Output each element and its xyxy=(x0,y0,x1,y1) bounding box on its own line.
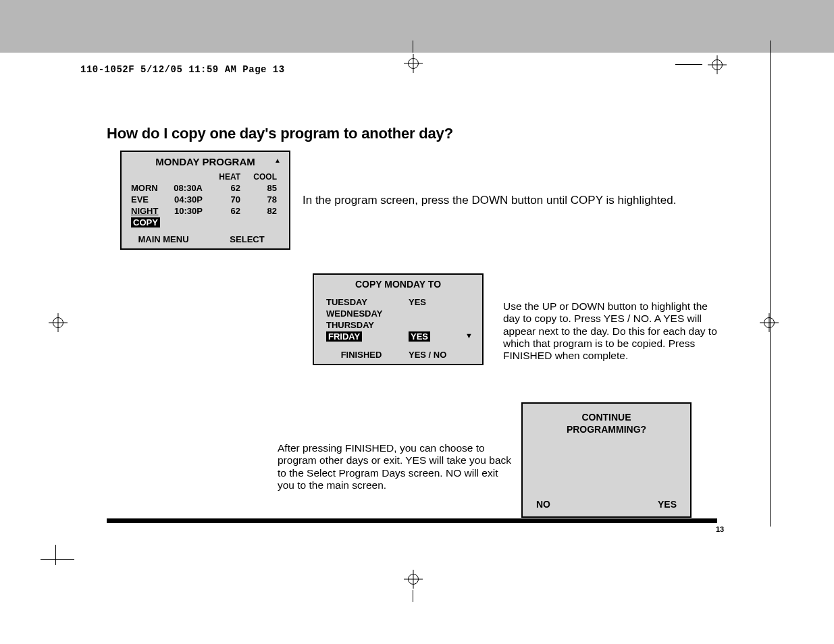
continue-line1: CONTINUE xyxy=(581,412,631,423)
instruction-text-3: After pressing FINISHED, you can choose … xyxy=(278,442,513,491)
no-button[interactable]: NO xyxy=(536,499,550,510)
registration-mark-bottom xyxy=(404,570,423,589)
table-row: EVE 04:30P 70 78 xyxy=(122,194,289,205)
down-arrow-icon: ▼ xyxy=(465,331,473,340)
crop-mark xyxy=(770,41,771,527)
crop-mark xyxy=(41,559,74,560)
day-row: THURSDAY xyxy=(314,319,482,331)
footer-rule xyxy=(107,518,717,523)
cool-header: COOL xyxy=(251,171,289,182)
instruction-text-2: Use the UP or DOWN button to highlight t… xyxy=(503,300,726,362)
copy-row: COPY xyxy=(122,217,289,228)
crop-mark xyxy=(55,545,56,565)
registration-mark-top xyxy=(404,54,423,73)
print-slug: 110-1052F 5/12/05 11:59 AM Page 13 xyxy=(80,64,285,75)
finished-button[interactable]: FINISHED xyxy=(314,350,409,360)
table-row: NIGHT 10:30P 62 82 xyxy=(122,205,289,217)
crop-mark xyxy=(413,41,413,53)
continue-panel: CONTINUE PROGRAMMING? NO YES xyxy=(521,402,692,518)
program-table: HEAT COOL MORN 08:30A 62 85 EVE 04:30P 7… xyxy=(122,171,289,228)
continue-line2: PROGRAMMING? xyxy=(567,424,646,435)
copy-to-panel: COPY MONDAY TO TUESDAY YES WEDNESDAY THU… xyxy=(313,273,484,365)
registration-mark-tr xyxy=(708,55,727,74)
instruction-text-1: In the program screen, press the DOWN bu… xyxy=(303,194,701,207)
page-number: 13 xyxy=(716,525,724,533)
main-menu-button[interactable]: MAIN MENU xyxy=(122,234,205,244)
section-heading: How do I copy one day's program to anoth… xyxy=(107,125,728,142)
table-row: MORN 08:30A 62 85 xyxy=(122,182,289,194)
day-row: WEDNESDAY xyxy=(314,308,482,319)
day-row: TUESDAY YES xyxy=(314,296,482,308)
crop-mark xyxy=(413,590,413,602)
heat-header: HEAT xyxy=(211,171,251,182)
day-row-highlighted: FRIDAY YES xyxy=(314,331,482,342)
registration-mark-left xyxy=(49,313,68,332)
registration-mark-right xyxy=(760,313,779,332)
select-button[interactable]: SELECT xyxy=(205,234,289,244)
monday-program-panel: MONDAY PROGRAM ▲ HEAT COOL MORN 08:30A 6… xyxy=(120,151,290,250)
panel1-title: MONDAY PROGRAM xyxy=(155,156,255,167)
crop-mark xyxy=(675,64,702,65)
up-arrow-icon: ▲ xyxy=(274,157,281,164)
yes-button[interactable]: YES xyxy=(658,499,677,510)
yes-no-button[interactable]: YES / NO xyxy=(409,350,482,360)
panel2-title: COPY MONDAY TO xyxy=(314,275,482,293)
